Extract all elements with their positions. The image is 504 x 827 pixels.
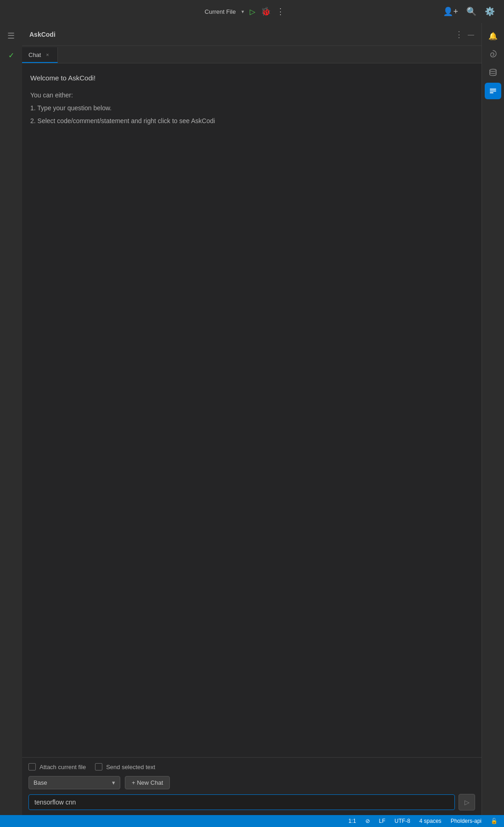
bottom-controls: Attach current file Send selected text B… bbox=[22, 757, 482, 815]
add-user-icon[interactable]: 👤+ bbox=[443, 6, 458, 17]
panel-title: AskCodi bbox=[29, 31, 56, 38]
status-lock-icon: 🔓 bbox=[491, 818, 498, 824]
send-selected-box[interactable] bbox=[95, 763, 102, 770]
welcome-line-3: 2. Select code/comment/statement and rig… bbox=[30, 116, 473, 127]
send-button[interactable]: ▷ bbox=[459, 794, 475, 810]
main-layout: ☰ ✓ AskCodi ⋮ — Chat × Welcome to AskCod… bbox=[0, 23, 504, 815]
search-icon[interactable]: 🔍 bbox=[466, 6, 476, 17]
svg-rect-3 bbox=[490, 92, 493, 93]
run-icon[interactable]: ▷ bbox=[250, 7, 255, 16]
tab-bar: Chat × bbox=[22, 46, 482, 63]
status-branch: Pholders-api bbox=[451, 818, 482, 824]
chevron-icon[interactable]: ▾ bbox=[241, 9, 244, 15]
svg-rect-2 bbox=[490, 91, 496, 91]
send-selected-label: Send selected text bbox=[106, 764, 155, 770]
send-selected-checkbox[interactable]: Send selected text bbox=[95, 763, 155, 770]
activity-bar-left: ☰ ✓ bbox=[0, 23, 22, 815]
welcome-line-1: You can either: bbox=[30, 90, 473, 101]
welcome-body: You can either: 1. Type your question be… bbox=[30, 90, 473, 126]
model-chevron-icon: ▾ bbox=[112, 779, 115, 786]
new-chat-button[interactable]: + New Chat bbox=[125, 776, 170, 789]
input-row: ▷ bbox=[28, 794, 475, 810]
spiral-icon[interactable] bbox=[485, 46, 501, 62]
status-sync-icon: ⊘ bbox=[365, 818, 370, 824]
panel-icon[interactable] bbox=[485, 83, 501, 99]
settings-icon[interactable]: ⚙️ bbox=[485, 6, 495, 17]
debug-icon[interactable]: 🐞 bbox=[261, 6, 271, 17]
model-row: Base ▾ + New Chat bbox=[28, 776, 475, 789]
checkbox-row: Attach current file Send selected text bbox=[28, 763, 475, 770]
svg-rect-1 bbox=[490, 89, 496, 90]
current-file-label: Current File bbox=[205, 8, 236, 15]
welcome-title: Welcome to AskCodi! bbox=[30, 73, 473, 84]
panel-more-icon[interactable]: ⋮ bbox=[455, 29, 463, 40]
database-icon[interactable] bbox=[485, 64, 501, 81]
status-bar: 1:1 ⊘ LF UTF-8 4 spaces Pholders-api 🔓 bbox=[0, 815, 504, 827]
attach-file-checkbox[interactable]: Attach current file bbox=[28, 763, 86, 770]
title-bar-right: 👤+ 🔍 ⚙️ bbox=[443, 6, 495, 17]
panel-minimize-icon[interactable]: — bbox=[468, 31, 474, 38]
title-bar-center: Current File ▾ ▷ 🐞 ⋮ bbox=[205, 6, 285, 17]
attach-file-label: Attach current file bbox=[39, 764, 86, 770]
model-select[interactable]: Base ▾ bbox=[28, 776, 120, 789]
more-icon[interactable]: ⋮ bbox=[276, 6, 285, 17]
model-label: Base bbox=[34, 779, 47, 786]
welcome-line-2: 1. Type your question below. bbox=[30, 103, 473, 114]
tab-chat-label: Chat bbox=[28, 51, 41, 58]
right-sidebar: 🔔 bbox=[482, 23, 504, 815]
svg-point-0 bbox=[490, 69, 496, 72]
menu-icon[interactable]: ☰ bbox=[3, 28, 19, 44]
chat-content: Welcome to AskCodi! You can either: 1. T… bbox=[22, 63, 482, 757]
panel: AskCodi ⋮ — Chat × Welcome to AskCodi! Y… bbox=[22, 23, 482, 815]
status-line-ending: LF bbox=[379, 818, 386, 824]
chat-input[interactable] bbox=[28, 794, 455, 810]
panel-header: AskCodi ⋮ — bbox=[22, 23, 482, 46]
check-icon[interactable]: ✓ bbox=[3, 47, 19, 63]
status-encoding: UTF-8 bbox=[395, 818, 410, 824]
attach-file-box[interactable] bbox=[28, 763, 36, 770]
status-position: 1:1 bbox=[348, 818, 356, 824]
panel-header-actions: ⋮ — bbox=[455, 29, 474, 40]
title-bar: Current File ▾ ▷ 🐞 ⋮ 👤+ 🔍 ⚙️ bbox=[0, 0, 504, 23]
tab-chat[interactable]: Chat × bbox=[22, 47, 58, 63]
bell-icon[interactable]: 🔔 bbox=[485, 28, 501, 44]
status-indent: 4 spaces bbox=[420, 818, 442, 824]
send-icon: ▷ bbox=[465, 799, 470, 806]
tab-chat-close[interactable]: × bbox=[44, 51, 51, 58]
